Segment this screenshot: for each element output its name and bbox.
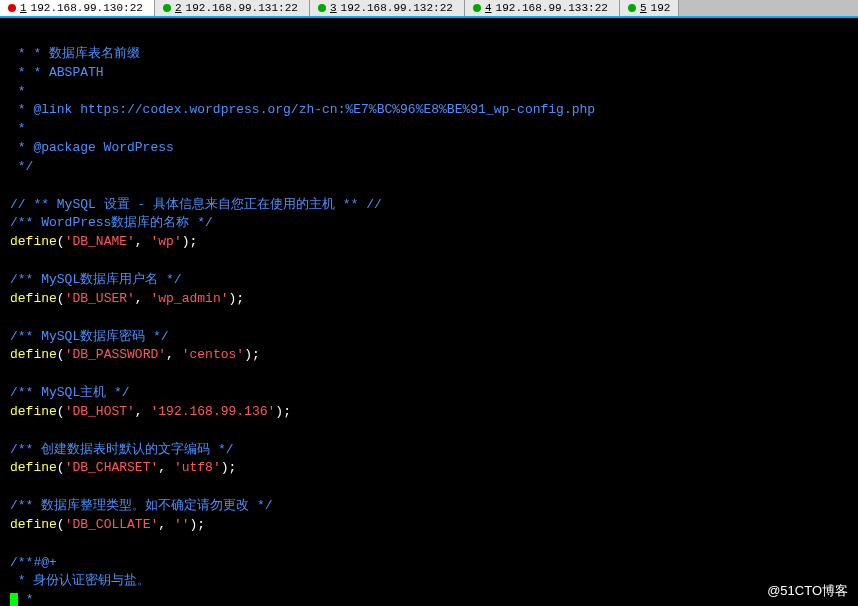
tab-2[interactable]: 2 192.168.99.131:22 [155,0,310,16]
tab-label: 192.168.99.131:22 [186,2,298,14]
status-dot-icon [163,4,171,12]
paren: ( [57,404,65,419]
tab-4[interactable]: 4 192.168.99.133:22 [465,0,620,16]
watermark: @51CTO博客 [767,582,848,600]
const-val: 192.168.99.136 [158,404,267,419]
paren: ( [57,460,65,475]
comma: , [135,291,151,306]
comment-line: * * ABSPATH [10,65,104,80]
paren: ( [57,291,65,306]
comment-line: /** MySQL数据库用户名 */ [10,272,182,287]
status-dot-icon [318,4,326,12]
quote: ' [221,291,229,306]
quote: ' [174,234,182,249]
quote: ' [174,517,182,532]
cursor-icon [10,593,18,606]
paren: ) [182,234,190,249]
tab-label: 192.168.99.133:22 [496,2,608,14]
comma: , [135,404,151,419]
status-dot-icon [473,4,481,12]
keyword-define: define [10,460,57,475]
semicolon: ; [190,234,198,249]
comment-line: /** 创建数据表时默认的文字编码 */ [10,442,234,457]
tab-1[interactable]: 1 192.168.99.130:22 [0,0,155,16]
const-key: DB_HOST [72,404,127,419]
semicolon: ; [229,460,237,475]
comment-line: /**#@+ [10,555,57,570]
comma: , [166,347,182,362]
tab-number: 3 [330,2,337,14]
semicolon: ; [197,517,205,532]
paren: ( [57,517,65,532]
quote: ' [127,234,135,249]
tab-label: 192 [651,2,671,14]
tab-number: 1 [20,2,27,14]
comment-line: /** MySQL主机 */ [10,385,130,400]
semicolon: ; [236,291,244,306]
const-key: DB_CHARSET [72,460,150,475]
const-key: DB_NAME [72,234,127,249]
const-val: wp_admin [158,291,220,306]
tab-bar: 1 192.168.99.130:22 2 192.168.99.131:22 … [0,0,858,18]
comment-line: * [18,592,34,606]
tab-3[interactable]: 3 192.168.99.132:22 [310,0,465,16]
keyword-define: define [10,404,57,419]
comma: , [135,234,151,249]
comment-line: // ** MySQL 设置 - 具体信息来自您正在使用的主机 ** // [10,197,382,212]
keyword-define: define [10,291,57,306]
comment-line: /** WordPress数据库的名称 */ [10,215,213,230]
comment-line: * * 数据库表名前缀 [10,46,140,61]
const-val: wp [158,234,174,249]
paren: ) [275,404,283,419]
quote: ' [236,347,244,362]
comma: , [158,517,174,532]
tab-number: 5 [640,2,647,14]
quote: ' [127,404,135,419]
tab-label: 192.168.99.132:22 [341,2,453,14]
quote: ' [174,460,182,475]
code-editor[interactable]: * * 数据库表名前缀 * * ABSPATH * * @link https:… [0,18,858,606]
comment-line: * [10,121,26,136]
status-dot-icon [628,4,636,12]
const-val: utf8 [182,460,213,475]
const-val: centos [190,347,237,362]
keyword-define: define [10,234,57,249]
paren: ( [57,347,65,362]
const-key: DB_USER [72,291,127,306]
quote: ' [182,347,190,362]
const-key: DB_COLLATE [72,517,150,532]
comment-line: * @package WordPress [10,140,174,155]
tab-label: 192.168.99.130:22 [31,2,143,14]
semicolon: ; [252,347,260,362]
comment-line: * @link https://codex.wordpress.org/zh-c… [10,102,595,117]
comma: , [158,460,174,475]
status-dot-icon [8,4,16,12]
tab-number: 2 [175,2,182,14]
comment-line: * 身份认证密钥与盐。 [10,573,150,588]
comment-line: /** 数据库整理类型。如不确定请勿更改 */ [10,498,273,513]
quote: ' [182,517,190,532]
keyword-define: define [10,347,57,362]
quote: ' [158,347,166,362]
comment-line: * [10,84,26,99]
semicolon: ; [283,404,291,419]
quote: ' [127,291,135,306]
paren: ) [221,460,229,475]
paren: ( [57,234,65,249]
tab-5[interactable]: 5 192 [620,0,679,16]
const-key: DB_PASSWORD [72,347,158,362]
paren: ) [244,347,252,362]
comment-line: */ [10,159,33,174]
keyword-define: define [10,517,57,532]
comment-line: /** MySQL数据库密码 */ [10,329,169,344]
quote: ' [213,460,221,475]
tab-number: 4 [485,2,492,14]
